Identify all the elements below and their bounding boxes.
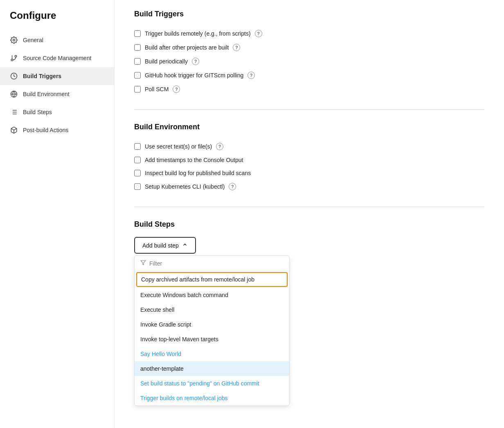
sidebar-item-build-environment[interactable]: Build Environment (0, 85, 114, 103)
dropdown-item-trigger-builds[interactable]: Trigger builds on remote/local jobs (135, 391, 289, 405)
divider-1 (134, 109, 484, 110)
filter-icon (140, 260, 146, 267)
setup-kubectl-help-icon[interactable]: ? (229, 183, 236, 190)
sidebar-item-source-label: Source Code Management (23, 55, 91, 61)
build-steps-section: Build Steps Add build step Copy archi (134, 220, 484, 406)
dropdown-item-invoke-maven[interactable]: Invoke top-level Maven targets (135, 332, 289, 347)
page-title: Configure (0, 10, 114, 31)
setup-kubectl-label: Setup Kubernetes CLI (kubectl) (145, 183, 225, 190)
github-hook-label: GitHub hook trigger for GITScm polling (145, 72, 243, 79)
sidebar-item-post-build[interactable]: Post-build Actions (0, 121, 114, 139)
filter-input[interactable] (149, 260, 284, 267)
build-environment-section: Build Environment Use secret text(s) or … (134, 123, 484, 194)
add-build-step-button[interactable]: Add build step (134, 237, 196, 254)
svg-point-3 (11, 59, 13, 61)
main-content: Build Triggers Trigger builds remotely (… (115, 0, 504, 428)
dropdown-item-execute-shell[interactable]: Execute shell (135, 302, 289, 317)
add-timestamps-row: Add timestamps to the Console Output (134, 153, 484, 167)
setup-kubectl-checkbox[interactable] (134, 183, 141, 190)
secret-text-help-icon[interactable]: ? (216, 143, 223, 150)
secret-text-label: Use secret text(s) or file(s) (145, 143, 212, 150)
sidebar-item-general-label: General (23, 37, 43, 43)
poll-scm-help-icon[interactable]: ? (173, 86, 180, 93)
build-after-row: Build after other projects are built ? (134, 41, 484, 54)
globe-icon (10, 90, 18, 98)
build-steps-title: Build Steps (134, 220, 484, 229)
build-periodically-checkbox[interactable] (134, 58, 141, 65)
setup-kubectl-row: Setup Kubernetes CLI (kubectl) ? (134, 180, 484, 194)
build-after-checkbox[interactable] (134, 44, 141, 51)
sidebar-item-postbuild-label: Post-build Actions (23, 127, 68, 133)
dropdown-item-copy-archived[interactable]: Copy archived artifacts from remote/loca… (136, 272, 288, 287)
build-after-help-icon[interactable]: ? (233, 44, 240, 51)
dropdown-item-set-build-status[interactable]: Set build status to "pending" on GitHub … (135, 376, 289, 391)
sidebar-item-triggers-label: Build Triggers (23, 73, 61, 79)
filter-row (135, 256, 289, 271)
add-timestamps-checkbox[interactable] (134, 157, 141, 163)
build-triggers-title: Build Triggers (134, 10, 484, 18)
trigger-remote-help-icon[interactable]: ? (255, 30, 262, 37)
github-hook-row: GitHub hook trigger for GITScm polling ? (134, 68, 484, 82)
svg-point-2 (15, 55, 17, 57)
sidebar-item-build-steps[interactable]: Build Steps (0, 103, 114, 121)
secret-text-row: Use secret text(s) or file(s) ? (134, 140, 484, 153)
chevron-up-icon (182, 242, 188, 249)
dropdown-item-execute-windows[interactable]: Execute Windows batch command (135, 288, 289, 302)
branch-icon (10, 54, 18, 62)
inspect-log-checkbox[interactable] (134, 170, 141, 176)
divider-2 (134, 207, 484, 207)
trigger-remote-row: Trigger builds remotely (e.g., from scri… (134, 27, 484, 41)
secret-text-checkbox[interactable] (134, 143, 141, 150)
list-icon (10, 108, 18, 116)
build-periodically-help-icon[interactable]: ? (192, 58, 199, 65)
dropdown-item-another-template[interactable]: another-template (135, 361, 289, 376)
build-triggers-section: Build Triggers Trigger builds remotely (… (134, 10, 484, 96)
poll-scm-label: Poll SCM (145, 86, 169, 92)
github-hook-checkbox[interactable] (134, 72, 141, 79)
inspect-log-label: Inspect build log for published build sc… (145, 170, 251, 176)
sidebar-item-general[interactable]: General (0, 31, 114, 49)
clock-icon (10, 72, 18, 80)
add-build-step-label: Add build step (142, 242, 179, 249)
sidebar-item-environment-label: Build Environment (23, 91, 70, 97)
build-periodically-label: Build periodically (145, 58, 188, 65)
poll-scm-checkbox[interactable] (134, 86, 141, 92)
add-timestamps-label: Add timestamps to the Console Output (145, 157, 243, 163)
dropdown-item-invoke-gradle[interactable]: Invoke Gradle script (135, 317, 289, 332)
sidebar-item-source-code[interactable]: Source Code Management (0, 49, 114, 67)
trigger-remote-label: Trigger builds remotely (e.g., from scri… (145, 30, 251, 37)
github-hook-help-icon[interactable]: ? (248, 72, 255, 79)
trigger-remote-checkbox[interactable] (134, 30, 141, 37)
build-environment-title: Build Environment (134, 123, 484, 131)
sidebar: Configure General Source Code Management… (0, 0, 115, 428)
sidebar-item-steps-label: Build Steps (23, 109, 52, 115)
dropdown-item-say-hello[interactable]: Say Hello World (135, 347, 289, 361)
svg-point-0 (13, 39, 15, 41)
build-periodically-row: Build periodically ? (134, 54, 484, 68)
sidebar-item-build-triggers[interactable]: Build Triggers (0, 67, 114, 85)
add-build-step-dropdown: Copy archived artifacts from remote/loca… (134, 255, 290, 406)
svg-marker-14 (141, 261, 146, 265)
build-after-label: Build after other projects are built (145, 44, 229, 51)
box-icon (10, 126, 18, 134)
poll-scm-row: Poll SCM ? (134, 82, 484, 96)
inspect-log-row: Inspect build log for published build sc… (134, 167, 484, 180)
gear-icon (10, 36, 18, 44)
